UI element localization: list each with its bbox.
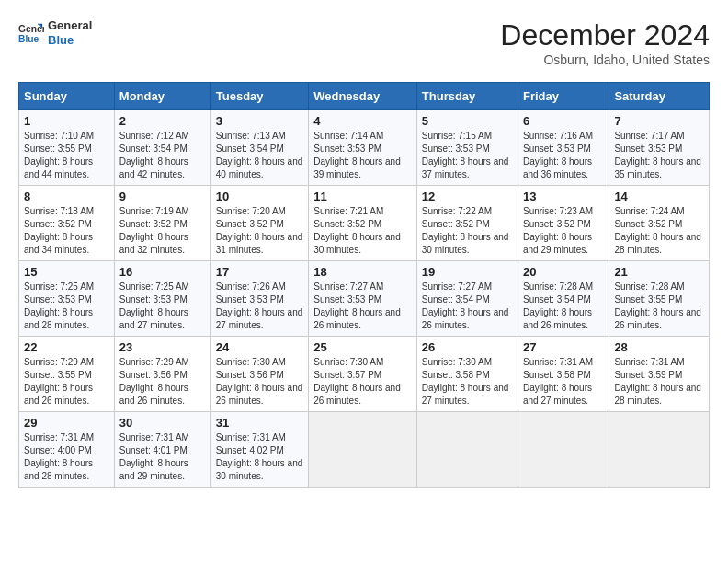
day-number: 3 [216, 114, 303, 128]
day-number: 31 [216, 416, 303, 430]
day-cell: 4Sunrise: 7:14 AMSunset: 3:53 PMDaylight… [309, 110, 417, 186]
day-info: Sunrise: 7:24 AMSunset: 3:52 PMDaylight:… [614, 205, 704, 257]
day-cell: 28Sunrise: 7:31 AMSunset: 3:59 PMDayligh… [609, 337, 710, 412]
day-cell: 26Sunrise: 7:30 AMSunset: 3:58 PMDayligh… [416, 337, 518, 412]
day-number: 7 [614, 114, 704, 128]
day-info: Sunrise: 7:30 AMSunset: 3:56 PMDaylight:… [216, 356, 303, 408]
day-info: Sunrise: 7:12 AMSunset: 3:54 PMDaylight:… [119, 130, 206, 181]
day-info: Sunrise: 7:14 AMSunset: 3:53 PMDaylight:… [313, 130, 412, 181]
day-cell: 23Sunrise: 7:29 AMSunset: 3:56 PMDayligh… [114, 337, 210, 412]
day-info: Sunrise: 7:29 AMSunset: 3:55 PMDaylight:… [24, 356, 109, 408]
day-cell: 17Sunrise: 7:26 AMSunset: 3:53 PMDayligh… [210, 261, 308, 337]
day-cell: 14Sunrise: 7:24 AMSunset: 3:52 PMDayligh… [609, 186, 710, 261]
day-cell [309, 412, 417, 488]
week-row-3: 15Sunrise: 7:25 AMSunset: 3:53 PMDayligh… [19, 261, 710, 337]
day-cell: 11Sunrise: 7:21 AMSunset: 3:52 PMDayligh… [309, 186, 417, 261]
week-row-5: 29Sunrise: 7:31 AMSunset: 4:00 PMDayligh… [19, 412, 710, 488]
day-number: 29 [24, 416, 109, 430]
day-cell: 25Sunrise: 7:30 AMSunset: 3:57 PMDayligh… [309, 337, 417, 412]
day-number: 10 [216, 190, 303, 203]
week-row-4: 22Sunrise: 7:29 AMSunset: 3:55 PMDayligh… [19, 337, 710, 412]
day-info: Sunrise: 7:29 AMSunset: 3:56 PMDaylight:… [119, 356, 206, 408]
day-info: Sunrise: 7:19 AMSunset: 3:52 PMDaylight:… [119, 205, 206, 257]
day-info: Sunrise: 7:20 AMSunset: 3:52 PMDaylight:… [216, 205, 303, 257]
day-cell: 27Sunrise: 7:31 AMSunset: 3:58 PMDayligh… [518, 337, 609, 412]
day-info: Sunrise: 7:27 AMSunset: 3:53 PMDaylight:… [313, 281, 412, 332]
day-info: Sunrise: 7:30 AMSunset: 3:57 PMDaylight:… [313, 356, 412, 408]
day-cell: 20Sunrise: 7:28 AMSunset: 3:54 PMDayligh… [518, 261, 609, 337]
location: Osburn, Idaho, United States [500, 52, 710, 67]
day-cell: 3Sunrise: 7:13 AMSunset: 3:54 PMDaylight… [210, 110, 308, 186]
week-row-2: 8Sunrise: 7:18 AMSunset: 3:52 PMDaylight… [19, 186, 710, 261]
day-cell: 5Sunrise: 7:15 AMSunset: 3:53 PMDaylight… [416, 110, 518, 186]
day-number: 20 [523, 265, 604, 279]
day-number: 22 [24, 340, 109, 354]
day-cell: 16Sunrise: 7:25 AMSunset: 3:53 PMDayligh… [114, 261, 210, 337]
week-row-1: 1Sunrise: 7:10 AMSunset: 3:55 PMDaylight… [19, 110, 710, 186]
day-number: 16 [119, 265, 206, 279]
day-number: 12 [422, 190, 513, 203]
day-info: Sunrise: 7:28 AMSunset: 3:54 PMDaylight:… [523, 281, 604, 332]
day-number: 15 [24, 265, 109, 279]
day-cell [518, 412, 609, 488]
day-info: Sunrise: 7:17 AMSunset: 3:53 PMDaylight:… [614, 130, 704, 181]
day-cell: 24Sunrise: 7:30 AMSunset: 3:56 PMDayligh… [210, 337, 308, 412]
day-header-wednesday: Wednesday [309, 83, 417, 110]
day-number: 9 [119, 190, 206, 203]
day-cell: 10Sunrise: 7:20 AMSunset: 3:52 PMDayligh… [210, 186, 308, 261]
day-number: 18 [313, 265, 412, 279]
logo-icon: General Blue [18, 20, 44, 46]
day-number: 17 [216, 265, 303, 279]
day-number: 23 [119, 340, 206, 354]
day-number: 26 [422, 340, 513, 354]
day-cell: 29Sunrise: 7:31 AMSunset: 4:00 PMDayligh… [19, 412, 115, 488]
day-info: Sunrise: 7:31 AMSunset: 3:59 PMDaylight:… [614, 356, 704, 408]
day-info: Sunrise: 7:23 AMSunset: 3:52 PMDaylight:… [523, 205, 604, 257]
day-info: Sunrise: 7:26 AMSunset: 3:53 PMDaylight:… [216, 281, 303, 332]
day-cell: 1Sunrise: 7:10 AMSunset: 3:55 PMDaylight… [19, 110, 115, 186]
logo-blue-text: Blue [48, 33, 74, 47]
day-cell: 19Sunrise: 7:27 AMSunset: 3:54 PMDayligh… [416, 261, 518, 337]
day-info: Sunrise: 7:28 AMSunset: 3:55 PMDaylight:… [614, 281, 704, 332]
day-cell: 6Sunrise: 7:16 AMSunset: 3:53 PMDaylight… [518, 110, 609, 186]
day-info: Sunrise: 7:31 AMSunset: 4:01 PMDaylight:… [119, 431, 206, 483]
day-header-sunday: Sunday [19, 83, 115, 110]
day-number: 25 [313, 340, 412, 354]
day-number: 1 [24, 114, 109, 128]
day-info: Sunrise: 7:21 AMSunset: 3:52 PMDaylight:… [313, 205, 412, 257]
day-header-tuesday: Tuesday [210, 83, 308, 110]
day-number: 5 [422, 114, 513, 128]
day-number: 27 [523, 340, 604, 354]
day-number: 13 [523, 190, 604, 203]
day-number: 24 [216, 340, 303, 354]
day-number: 8 [24, 190, 109, 203]
day-cell [609, 412, 710, 488]
day-info: Sunrise: 7:16 AMSunset: 3:53 PMDaylight:… [523, 130, 604, 181]
calendar-table: SundayMondayTuesdayWednesdayThursdayFrid… [18, 82, 710, 488]
day-number: 30 [119, 416, 206, 430]
day-cell: 15Sunrise: 7:25 AMSunset: 3:53 PMDayligh… [19, 261, 115, 337]
day-info: Sunrise: 7:27 AMSunset: 3:54 PMDaylight:… [422, 281, 513, 332]
day-cell: 9Sunrise: 7:19 AMSunset: 3:52 PMDaylight… [114, 186, 210, 261]
day-cell: 12Sunrise: 7:22 AMSunset: 3:52 PMDayligh… [416, 186, 518, 261]
header: General Blue General Blue December 2024 … [18, 18, 710, 67]
day-info: Sunrise: 7:31 AMSunset: 4:02 PMDaylight:… [216, 431, 303, 483]
day-info: Sunrise: 7:22 AMSunset: 3:52 PMDaylight:… [422, 205, 513, 257]
day-cell: 21Sunrise: 7:28 AMSunset: 3:55 PMDayligh… [609, 261, 710, 337]
svg-text:Blue: Blue [18, 34, 40, 44]
day-info: Sunrise: 7:13 AMSunset: 3:54 PMDaylight:… [216, 130, 303, 181]
day-info: Sunrise: 7:31 AMSunset: 3:58 PMDaylight:… [523, 356, 604, 408]
day-cell: 13Sunrise: 7:23 AMSunset: 3:52 PMDayligh… [518, 186, 609, 261]
day-number: 14 [614, 190, 704, 203]
day-cell: 22Sunrise: 7:29 AMSunset: 3:55 PMDayligh… [19, 337, 115, 412]
day-cell: 31Sunrise: 7:31 AMSunset: 4:02 PMDayligh… [210, 412, 308, 488]
day-info: Sunrise: 7:25 AMSunset: 3:53 PMDaylight:… [119, 281, 206, 332]
header-row: SundayMondayTuesdayWednesdayThursdayFrid… [19, 83, 710, 110]
day-cell: 2Sunrise: 7:12 AMSunset: 3:54 PMDaylight… [114, 110, 210, 186]
day-info: Sunrise: 7:18 AMSunset: 3:52 PMDaylight:… [24, 205, 109, 257]
day-cell: 30Sunrise: 7:31 AMSunset: 4:01 PMDayligh… [114, 412, 210, 488]
day-info: Sunrise: 7:31 AMSunset: 4:00 PMDaylight:… [24, 431, 109, 483]
day-info: Sunrise: 7:15 AMSunset: 3:53 PMDaylight:… [422, 130, 513, 181]
day-number: 4 [313, 114, 412, 128]
title-block: December 2024 Osburn, Idaho, United Stat… [500, 18, 710, 67]
